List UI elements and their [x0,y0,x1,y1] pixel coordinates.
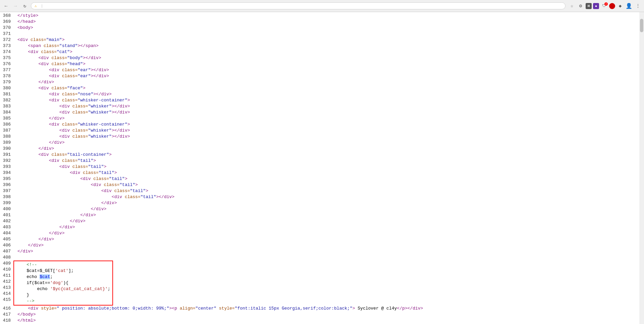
line-row: 396 <div class="tail"> [0,182,639,188]
code-line: <div class="tail"> [13,158,96,164]
line-row: 418</html> [0,318,639,324]
code-line: <div class="whisker"></div> [13,134,130,140]
line-row: 389 </div> [0,140,639,146]
line-row: 383 <div class="whisker"></div> [0,103,639,109]
reload-button[interactable]: ↻ [21,3,28,9]
code-line: </div> [13,236,54,242]
code-line: <body> [13,25,33,31]
ext3-badge[interactable]: 🛡 2 [600,2,608,10]
code-line: <div class="head"> [13,61,86,67]
code-line: <div class="ear"></div> [13,73,109,79]
line-row: 375 <div class="body"></div> [0,55,639,61]
line-row: 371 [0,31,639,37]
ext4-icon[interactable]: ◆ [616,2,624,10]
code-line: <div class="whisker-container"> [13,122,130,128]
code-line: </div> [13,242,44,248]
code-line: } [16,292,110,298]
record-icon[interactable] [609,3,615,9]
php-comment-box-wrapper: 409410411412413414415 <!-- $cat=$_GET['c… [0,261,639,306]
code-line: </div> [13,140,64,146]
line-row: 391 <div class="tail-container"> [0,152,639,158]
line-row: 380 <div class="face"> [0,85,639,91]
code-line: <div style=" position: absolute;bottom: … [13,306,423,312]
line-row: 397 <div class="tail"> [0,188,639,194]
line-row: 401 </div> [0,212,639,218]
code-line: </div> [13,230,64,236]
code-line: </html> [13,318,36,324]
code-line: <div class="whisker-container"> [13,97,130,103]
code-line: <div class="tail"> [13,182,138,188]
address-bar[interactable]: ⚠ | [31,2,566,9]
code-line: <div class="whisker"></div> [13,103,130,109]
line-row: 386 <div class="whisker-container"> [0,122,639,128]
code-line: echo $cat; [16,274,110,280]
code-line: <div class="tail"> [13,176,127,182]
code-line: <div class="main"> [13,37,64,43]
line-row: 381 <div class="nose"></div> [0,91,639,97]
line-row: 372<div class="main"> [0,37,639,43]
line-row: 368</style> [0,13,639,19]
scrollbar-track[interactable] [639,12,644,324]
code-line: <div class="whisker"></div> [13,128,130,134]
menu-icon[interactable]: ⋮ [634,2,641,10]
code-line: <div class="tail"> [13,164,106,170]
line-row: 406 </div> [0,242,639,248]
line-row: 416 <div style=" position: absolute;bott… [0,306,639,312]
settings-icon[interactable]: ⚙ [577,2,584,10]
line-row: 407</div> [0,248,639,254]
line-row: 398 <div class="tail"></div> [0,194,639,200]
security-icon: ⚠ [35,4,37,8]
code-line: </div> [13,218,86,224]
code-line: <div class="tail"> [13,170,117,176]
code-content: 368</style>369</head>370<body>371372<div… [0,12,639,324]
code-line: <div class="tail-container"> [13,152,112,158]
line-row: 378 <div class="ear"></div> [0,73,639,79]
bookmark-icon[interactable]: ☆ [568,2,576,10]
code-line: </div> [13,200,117,206]
line-row: 405 </div> [0,236,639,242]
back-button[interactable]: ← [3,3,9,9]
line-row: 376 <div class="head"> [0,61,639,67]
source-view: 368</style>369</head>370<body>371372<div… [0,12,644,324]
browser-chrome: ← → ↻ ⚠ | ☆ ⚙ H ◆ 🛡 2 ◆ 👤 ⋮ [0,0,644,12]
code-line: <div class="body"></div> [13,55,101,61]
code-line: <div class="tail"></div> [13,194,174,200]
code-line: </head> [13,19,36,25]
line-row: 385 </div> [0,115,639,122]
line-row: 393 <div class="tail"> [0,164,639,170]
code-line: </body> [13,312,36,318]
line-row: 390 </div> [0,146,639,152]
forward-button[interactable]: → [12,3,19,9]
line-row: 369</head> [0,19,639,25]
code-line: </div> [13,115,64,122]
line-row: 417</body> [0,312,639,318]
line-row: 377 <div class="ear"></div> [0,67,639,73]
line-row: 395 <div class="tail"> [0,176,639,182]
code-line: --> [16,298,110,304]
ext1-icon[interactable]: H [586,3,592,9]
code-line: </div> [13,79,54,85]
line-row: 392 <div class="tail"> [0,158,639,164]
line-row: 387 <div class="whisker"></div> [0,128,639,134]
line-row: 370<body> [0,25,639,31]
line-row: 374 <div class="cat"> [0,49,639,55]
line-row: 399 </div> [0,200,639,206]
line-row: 379 </div> [0,79,639,85]
line-row: 404 </div> [0,230,639,236]
code-line: <div class="cat"> [13,49,72,55]
line-row: 382 <div class="whisker-container"> [0,97,639,103]
line-row: 394 <div class="tail"> [0,170,639,176]
toolbar-icons: ☆ ⚙ H ◆ 🛡 2 ◆ 👤 ⋮ [568,2,641,10]
profile-icon[interactable]: 👤 [625,2,633,10]
code-line: $cat=$_GET['cat']; [16,268,110,274]
line-row: 403 </div> [0,224,639,230]
code-line: <div class="face"> [13,85,86,91]
scrollbar-thumb[interactable] [640,19,643,32]
line-row: 408 [0,254,639,261]
separator: | [41,4,43,8]
code-line [13,31,17,37]
code-line: </div> [13,224,75,230]
ext2-icon[interactable]: ◆ [593,3,599,9]
code-line: </div> [13,146,54,152]
line-row: 384 <div class="whisker"></div> [0,109,639,115]
